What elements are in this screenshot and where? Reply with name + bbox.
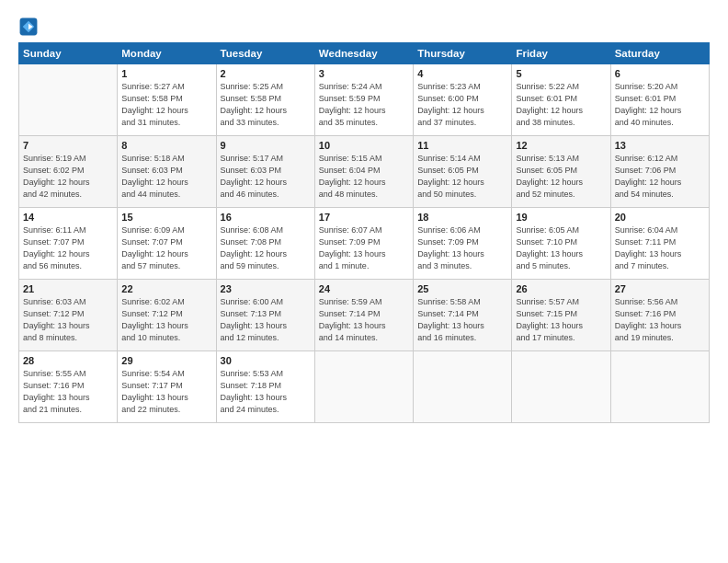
day-info: Sunrise: 6:02 AM Sunset: 7:12 PM Dayligh… <box>121 296 211 344</box>
day-cell: 5Sunrise: 5:22 AM Sunset: 6:01 PM Daylig… <box>512 64 610 136</box>
day-info: Sunrise: 6:08 AM Sunset: 7:08 PM Dayligh… <box>221 224 311 272</box>
day-info: Sunrise: 6:12 AM Sunset: 7:06 PM Dayligh… <box>615 153 705 201</box>
day-info: Sunrise: 6:00 AM Sunset: 7:13 PM Dayligh… <box>221 296 311 344</box>
day-info: Sunrise: 5:54 AM Sunset: 7:17 PM Dayligh… <box>121 368 211 416</box>
day-info: Sunrise: 6:06 AM Sunset: 7:09 PM Dayligh… <box>417 224 507 272</box>
page: SundayMondayTuesdayWednesdayThursdayFrid… <box>0 0 728 432</box>
day-number: 12 <box>516 140 606 151</box>
week-row-5: 28Sunrise: 5:55 AM Sunset: 7:16 PM Dayli… <box>19 351 710 423</box>
day-info: Sunrise: 5:59 AM Sunset: 7:14 PM Dayligh… <box>319 296 409 344</box>
day-number: 13 <box>615 140 705 151</box>
day-cell <box>610 351 709 423</box>
day-number: 27 <box>615 283 705 294</box>
day-number: 16 <box>221 212 311 223</box>
day-cell: 21Sunrise: 6:03 AM Sunset: 7:12 PM Dayli… <box>19 280 118 351</box>
day-number: 1 <box>121 68 211 79</box>
day-cell: 14Sunrise: 6:11 AM Sunset: 7:07 PM Dayli… <box>19 208 118 280</box>
day-cell: 28Sunrise: 5:55 AM Sunset: 7:16 PM Dayli… <box>19 351 118 423</box>
day-cell: 26Sunrise: 5:57 AM Sunset: 7:15 PM Dayli… <box>512 280 610 351</box>
day-cell: 18Sunrise: 6:06 AM Sunset: 7:09 PM Dayli… <box>414 208 512 280</box>
day-info: Sunrise: 5:25 AM Sunset: 5:58 PM Dayligh… <box>221 81 311 129</box>
day-cell: 20Sunrise: 6:04 AM Sunset: 7:11 PM Dayli… <box>610 208 709 280</box>
day-cell: 3Sunrise: 5:24 AM Sunset: 5:59 PM Daylig… <box>314 64 413 136</box>
day-info: Sunrise: 5:58 AM Sunset: 7:14 PM Dayligh… <box>417 296 507 344</box>
day-number: 23 <box>221 283 311 294</box>
header-cell-thursday: Thursday <box>414 43 512 64</box>
day-cell: 8Sunrise: 5:18 AM Sunset: 6:03 PM Daylig… <box>118 136 216 208</box>
day-number: 14 <box>23 212 113 223</box>
day-number: 15 <box>121 212 211 223</box>
day-cell: 12Sunrise: 5:13 AM Sunset: 6:05 PM Dayli… <box>512 136 610 208</box>
day-cell: 10Sunrise: 5:15 AM Sunset: 6:04 PM Dayli… <box>314 136 413 208</box>
day-info: Sunrise: 5:22 AM Sunset: 6:01 PM Dayligh… <box>516 81 606 129</box>
day-number: 3 <box>319 68 409 79</box>
logo <box>18 17 42 37</box>
header <box>18 17 710 37</box>
header-cell-tuesday: Tuesday <box>216 43 314 64</box>
header-cell-friday: Friday <box>512 43 610 64</box>
day-info: Sunrise: 5:19 AM Sunset: 6:02 PM Dayligh… <box>23 153 113 201</box>
header-cell-saturday: Saturday <box>610 43 709 64</box>
day-number: 2 <box>221 68 311 79</box>
day-number: 10 <box>319 140 409 151</box>
day-number: 6 <box>615 68 705 79</box>
day-info: Sunrise: 5:27 AM Sunset: 5:58 PM Dayligh… <box>121 81 211 129</box>
day-cell: 7Sunrise: 5:19 AM Sunset: 6:02 PM Daylig… <box>19 136 118 208</box>
day-cell: 19Sunrise: 6:05 AM Sunset: 7:10 PM Dayli… <box>512 208 610 280</box>
day-cell: 16Sunrise: 6:08 AM Sunset: 7:08 PM Dayli… <box>216 208 314 280</box>
day-cell: 2Sunrise: 5:25 AM Sunset: 5:58 PM Daylig… <box>216 64 314 136</box>
day-info: Sunrise: 6:04 AM Sunset: 7:11 PM Dayligh… <box>615 224 705 272</box>
logo-icon <box>18 17 39 37</box>
day-info: Sunrise: 6:05 AM Sunset: 7:10 PM Dayligh… <box>516 224 606 272</box>
day-number: 5 <box>516 68 606 79</box>
day-cell: 13Sunrise: 6:12 AM Sunset: 7:06 PM Dayli… <box>610 136 709 208</box>
day-cell: 9Sunrise: 5:17 AM Sunset: 6:03 PM Daylig… <box>216 136 314 208</box>
day-cell: 27Sunrise: 5:56 AM Sunset: 7:16 PM Dayli… <box>610 280 709 351</box>
day-info: Sunrise: 6:11 AM Sunset: 7:07 PM Dayligh… <box>23 224 113 272</box>
day-info: Sunrise: 6:03 AM Sunset: 7:12 PM Dayligh… <box>23 296 113 344</box>
day-info: Sunrise: 5:14 AM Sunset: 6:05 PM Dayligh… <box>417 153 507 201</box>
day-info: Sunrise: 5:55 AM Sunset: 7:16 PM Dayligh… <box>23 368 113 416</box>
day-cell: 1Sunrise: 5:27 AM Sunset: 5:58 PM Daylig… <box>118 64 216 136</box>
day-number: 9 <box>221 140 311 151</box>
header-cell-sunday: Sunday <box>19 43 118 64</box>
day-cell <box>512 351 610 423</box>
day-cell <box>19 64 118 136</box>
day-cell: 25Sunrise: 5:58 AM Sunset: 7:14 PM Dayli… <box>414 280 512 351</box>
day-number: 28 <box>23 355 113 366</box>
day-cell: 23Sunrise: 6:00 AM Sunset: 7:13 PM Dayli… <box>216 280 314 351</box>
day-info: Sunrise: 5:24 AM Sunset: 5:59 PM Dayligh… <box>319 81 409 129</box>
week-row-4: 21Sunrise: 6:03 AM Sunset: 7:12 PM Dayli… <box>19 280 710 351</box>
day-number: 19 <box>516 212 606 223</box>
day-number: 4 <box>417 68 507 79</box>
day-cell: 24Sunrise: 5:59 AM Sunset: 7:14 PM Dayli… <box>314 280 413 351</box>
day-info: Sunrise: 5:53 AM Sunset: 7:18 PM Dayligh… <box>221 368 311 416</box>
day-info: Sunrise: 5:15 AM Sunset: 6:04 PM Dayligh… <box>319 153 409 201</box>
day-cell: 17Sunrise: 6:07 AM Sunset: 7:09 PM Dayli… <box>314 208 413 280</box>
header-cell-monday: Monday <box>118 43 216 64</box>
day-info: Sunrise: 5:57 AM Sunset: 7:15 PM Dayligh… <box>516 296 606 344</box>
day-cell: 6Sunrise: 5:20 AM Sunset: 6:01 PM Daylig… <box>610 64 709 136</box>
day-number: 25 <box>417 283 507 294</box>
day-info: Sunrise: 5:56 AM Sunset: 7:16 PM Dayligh… <box>615 296 705 344</box>
day-number: 22 <box>121 283 211 294</box>
day-number: 7 <box>23 140 113 151</box>
day-info: Sunrise: 6:07 AM Sunset: 7:09 PM Dayligh… <box>319 224 409 272</box>
day-cell: 11Sunrise: 5:14 AM Sunset: 6:05 PM Dayli… <box>414 136 512 208</box>
header-row: SundayMondayTuesdayWednesdayThursdayFrid… <box>19 43 710 64</box>
day-number: 11 <box>417 140 507 151</box>
day-info: Sunrise: 5:13 AM Sunset: 6:05 PM Dayligh… <box>516 153 606 201</box>
day-info: Sunrise: 5:18 AM Sunset: 6:03 PM Dayligh… <box>121 153 211 201</box>
week-row-3: 14Sunrise: 6:11 AM Sunset: 7:07 PM Dayli… <box>19 208 710 280</box>
week-row-2: 7Sunrise: 5:19 AM Sunset: 6:02 PM Daylig… <box>19 136 710 208</box>
day-number: 20 <box>615 212 705 223</box>
day-cell: 29Sunrise: 5:54 AM Sunset: 7:17 PM Dayli… <box>118 351 216 423</box>
day-cell: 30Sunrise: 5:53 AM Sunset: 7:18 PM Dayli… <box>216 351 314 423</box>
day-cell <box>314 351 413 423</box>
day-number: 18 <box>417 212 507 223</box>
header-cell-wednesday: Wednesday <box>314 43 413 64</box>
day-number: 17 <box>319 212 409 223</box>
day-number: 24 <box>319 283 409 294</box>
day-cell: 22Sunrise: 6:02 AM Sunset: 7:12 PM Dayli… <box>118 280 216 351</box>
day-number: 8 <box>121 140 211 151</box>
